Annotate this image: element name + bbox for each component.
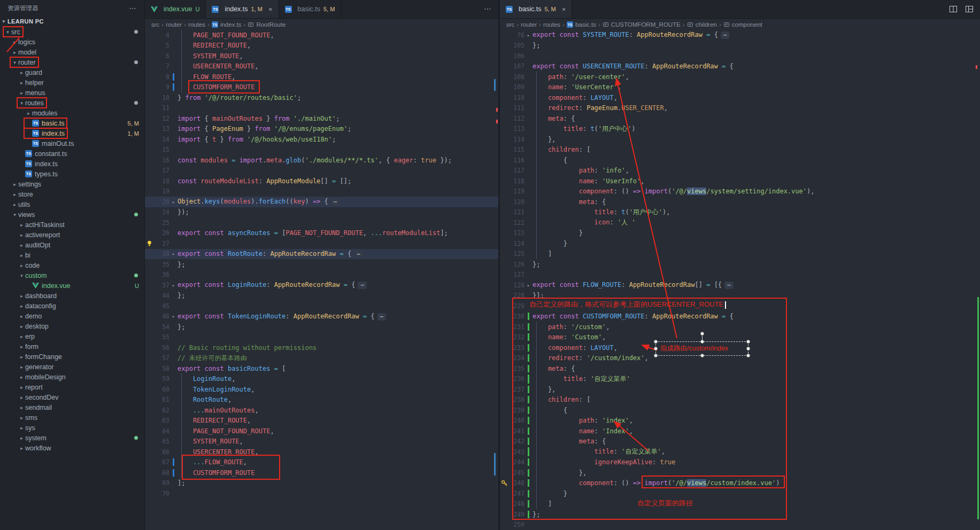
code-line-68: 68 CUSTOMFORM_ROUTE: [145, 467, 498, 478]
fold-chevron-icon[interactable]: ▸: [169, 199, 178, 205]
tree-folder-demo[interactable]: ▸demo: [0, 311, 144, 321]
code-line-16: 16const modules = import.meta.glob('./mo…: [145, 155, 498, 166]
tab-basic.ts[interactable]: TSbasic.ts5, M: [279, 0, 342, 18]
editor-layout-icon[interactable]: [965, 5, 974, 13]
tree-folder-modules[interactable]: ▸modules: [0, 108, 144, 118]
fold-chevron-icon[interactable]: ▸: [169, 314, 178, 319]
tree-folder-sms[interactable]: ▸sms: [0, 412, 144, 423]
tree-folder-code[interactable]: ▸code: [0, 260, 144, 270]
folded-code-marker[interactable]: ⋯: [331, 198, 340, 206]
folded-code-marker[interactable]: ⋯: [721, 32, 730, 39]
tab-index.vue[interactable]: index.vueU: [145, 0, 206, 18]
code-editor[interactable]: 4 PAGE_NOT_FOUND_ROUTE,5 REDIRECT_ROUTE,…: [145, 30, 498, 530]
tree-folder-model[interactable]: ▸model: [0, 47, 144, 57]
tab-status-badge: 5, M: [323, 6, 335, 12]
chevron-right-icon: ▸: [18, 425, 25, 431]
tree-folder-dataconfig[interactable]: ▸dataconfig: [0, 301, 144, 311]
workspace-header[interactable]: ▾ LEARUN PC: [0, 16, 144, 27]
tree-folder-formChange[interactable]: ▸formChange: [0, 352, 144, 362]
workspace-name: LEARUN PC: [7, 18, 44, 25]
folded-code-marker[interactable]: ⋯: [377, 313, 387, 321]
line-number: 113: [508, 125, 524, 132]
line-number: 241: [508, 427, 524, 435]
folded-code-marker[interactable]: ⋯: [724, 282, 734, 289]
line-number: 121: [508, 208, 524, 216]
tree-folder-routes[interactable]: ▾routes: [0, 98, 144, 108]
tree-folder-activereport[interactable]: ▸activereport: [0, 230, 144, 240]
tree-folder-report[interactable]: ▸report: [0, 382, 144, 392]
tree-folder-erp[interactable]: ▸erp: [0, 331, 144, 341]
tree-folder-src[interactable]: ▾src: [0, 27, 144, 37]
tree-folder-secondDev[interactable]: ▸secondDev: [0, 392, 144, 402]
tree-folder-mobileDesign[interactable]: ▸mobileDesign: [0, 372, 144, 382]
tree-folder-generator[interactable]: ▸generator: [0, 362, 144, 372]
close-icon[interactable]: ×: [268, 5, 273, 13]
tree-folder-store[interactable]: ▸store: [0, 189, 144, 199]
breadcrumb-item-index.ts[interactable]: TSindex.ts: [212, 21, 242, 28]
overview-ruler[interactable]: [494, 30, 498, 530]
breadcrumb-item-src[interactable]: src: [506, 21, 514, 28]
chevron-right-icon: ▸: [18, 314, 25, 319]
tab-index.ts[interactable]: TSindex.ts1, M×: [206, 0, 279, 18]
explorer-more-actions-icon[interactable]: ⋯: [129, 4, 137, 12]
chevron-right-icon: ▸: [18, 303, 25, 309]
split-editor-icon[interactable]: [949, 5, 958, 13]
tree-folder-auditOpt[interactable]: ▸auditOpt: [0, 240, 144, 250]
fold-chevron-icon[interactable]: ▸: [169, 283, 178, 288]
tree-file-index.ts[interactable]: TSindex.ts: [0, 159, 144, 169]
fold-chevron-icon[interactable]: ▸: [524, 283, 533, 288]
fold-chevron-icon[interactable]: ▸: [524, 33, 533, 38]
breadcrumb-item-RootRoute[interactable]: RootRoute: [248, 21, 285, 28]
breadcrumb-item-basic.ts[interactable]: TSbasic.ts: [567, 21, 596, 28]
tree-folder-router[interactable]: ▾router: [0, 57, 144, 67]
tree-file-mainOut.ts[interactable]: TSmainOut.ts: [0, 138, 144, 149]
breadcrumb: src›router›routes›TSindex.ts›RootRoute: [145, 19, 498, 30]
fold-chevron-icon[interactable]: ▸: [169, 251, 178, 256]
tree-folder-workflow[interactable]: ▸workflow: [0, 443, 144, 453]
tree-folder-utils[interactable]: ▸utils: [0, 199, 144, 209]
breadcrumb-item-src[interactable]: src: [151, 21, 159, 28]
tree-folder-menus[interactable]: ▸menus: [0, 88, 144, 98]
tree-folder-bi[interactable]: ▸bi: [0, 250, 144, 260]
tree-folder-guard[interactable]: ▸guard: [0, 67, 144, 77]
breadcrumb-item-router[interactable]: router: [521, 21, 537, 28]
tree-folder-helper[interactable]: ▸helper: [0, 77, 144, 88]
overview-ruler[interactable]: [976, 30, 980, 530]
tree-folder-form[interactable]: ▸form: [0, 341, 144, 352]
tree-folder-sendmail[interactable]: ▸sendmail: [0, 402, 144, 412]
code-editor[interactable]: 76▸export const SYSTEM_ROUTE: AppRouteRe…: [500, 30, 980, 530]
editor-more-actions-icon[interactable]: ⋯: [484, 4, 492, 13]
breadcrumb-item-routes[interactable]: routes: [543, 21, 560, 28]
tree-folder-sys[interactable]: ▸sys: [0, 423, 144, 433]
code-line-125: 125 ]: [500, 249, 980, 260]
tree-folder-desktop[interactable]: ▸desktop: [0, 321, 144, 331]
folded-code-marker[interactable]: ⋯: [354, 251, 363, 258]
close-icon[interactable]: ×: [562, 5, 566, 13]
tree-folder-dashboard[interactable]: ▸dashboard: [0, 291, 144, 301]
code-line-105: 105};: [500, 41, 980, 51]
breadcrumb-item-component[interactable]: component: [723, 21, 762, 28]
chevron-right-icon: ▸: [18, 263, 25, 268]
tree-file-index.vue[interactable]: index.vueU: [0, 280, 144, 291]
git-gutter-bar: [173, 83, 174, 91]
breadcrumb-item-router[interactable]: router: [166, 21, 182, 28]
tree-file-basic.ts[interactable]: TSbasic.ts5, M: [0, 118, 144, 128]
breadcrumb-item-CUSTOMFORM_ROUTE[interactable]: CUSTOMFORM_ROUTE: [603, 21, 681, 28]
tree-folder-custom[interactable]: ▾custom: [0, 270, 144, 280]
code-line-17: 17: [145, 166, 498, 176]
tree-file-constant.ts[interactable]: TSconstant.ts: [0, 149, 144, 159]
tab-basic.ts[interactable]: TSbasic.ts5, M×: [500, 0, 572, 18]
breadcrumb-item-routes[interactable]: routes: [188, 21, 205, 28]
breadcrumb-item-children[interactable]: children: [687, 21, 717, 28]
tree-folder-views[interactable]: ▾views: [0, 209, 144, 220]
tree-file-types.ts[interactable]: TStypes.ts: [0, 169, 144, 179]
item-label: index.ts: [42, 130, 65, 137]
code-line-7: 7 USERCENTER_ROUTE,: [145, 61, 498, 72]
tree-folder-logics[interactable]: ▸logics: [0, 37, 144, 47]
tree-file-index.ts[interactable]: TSindex.ts1, M: [0, 128, 144, 138]
tree-folder-actHiTaskinst[interactable]: ▸actHiTaskinst: [0, 220, 144, 230]
line-number: 236: [508, 375, 524, 383]
tree-folder-settings[interactable]: ▸settings: [0, 179, 144, 189]
folded-code-marker[interactable]: ⋯: [358, 282, 367, 289]
tree-folder-system[interactable]: ▸system: [0, 433, 144, 443]
